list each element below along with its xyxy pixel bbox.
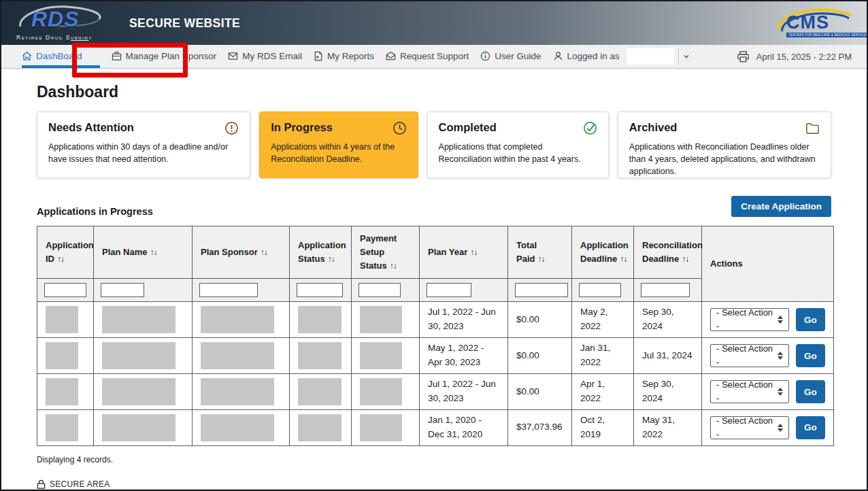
check-circle-icon — [583, 121, 597, 135]
col-application-status[interactable]: Application Status↑↓ — [290, 226, 352, 279]
action-select[interactable]: - Select Action - — [710, 344, 789, 367]
status-cards: Needs Attention Applications within 30 d… — [37, 112, 831, 178]
sort-icon: ↑↓ — [57, 254, 64, 264]
redacted-cell-value — [298, 342, 341, 369]
clock-icon — [393, 121, 407, 135]
total-paid-cell: $37,073.96 — [508, 409, 572, 445]
support-mail-icon — [386, 51, 396, 61]
person-icon — [553, 51, 563, 61]
info-icon — [480, 51, 490, 61]
action-select[interactable]: - Select Action - — [710, 308, 789, 331]
nav-item-manage-plan-sponsor[interactable]: Manage Plan Sponsor — [112, 45, 217, 68]
main-content: Dashboard Needs Attention Applications w… — [1, 69, 867, 489]
action-select[interactable]: - Select Action - — [710, 416, 789, 439]
total-paid-cell: $0.00 — [508, 338, 572, 374]
chevron-down-icon[interactable] — [683, 53, 690, 60]
site-title: SECURE WEBSITE — [129, 16, 240, 31]
nav-item-my-rds-email[interactable]: My RDS Email — [228, 45, 302, 68]
plan-year-cell: May 1, 2022 - Apr 30, 2023 — [420, 338, 508, 374]
filter-input-application-id[interactable] — [44, 283, 86, 297]
top-banner: RDS Retiree Drug Subsidy SECURE WEBSITE … — [1, 1, 867, 45]
rds-secure-website-page: RDS Retiree Drug Subsidy SECURE WEBSITE … — [0, 0, 868, 491]
redacted-cell-value — [201, 414, 274, 441]
col-reconciliation-deadline[interactable]: Reconciliation Deadline↑↓ — [634, 226, 702, 279]
nav-item-user-guide[interactable]: User Guide — [480, 45, 541, 68]
filter-input-payment-setup-status[interactable] — [358, 283, 401, 297]
username-redacted — [627, 48, 674, 65]
card-in-progress[interactable]: In Progress Applications within 4 years … — [259, 112, 418, 178]
redacted-cell-value — [360, 414, 402, 441]
col-application-deadline[interactable]: Application Deadline↑↓ — [572, 226, 634, 279]
card-completed[interactable]: Completed Applications that completed Re… — [427, 112, 609, 178]
col-plan-sponsor[interactable]: Plan Sponsor↑↓ — [193, 226, 290, 279]
total-paid-cell: $0.00 — [508, 374, 572, 410]
redacted-cell-value — [102, 378, 176, 405]
briefcase-icon — [112, 51, 122, 61]
main-nav: DashBoard Manage Plan Sponsor My RDS Ema… — [1, 45, 867, 69]
select-arrows-icon — [778, 352, 783, 360]
card-archived[interactable]: Archived Applications with Reconciliatio… — [618, 112, 831, 178]
filter-input-application-deadline[interactable] — [579, 283, 621, 297]
applications-section-header: Applications in Progress Create Applicat… — [37, 196, 831, 217]
application-deadline-cell: Oct 2, 2019 — [572, 409, 634, 445]
table-header-row: Application ID↑↓ Plan Name↑↓ Plan Sponso… — [37, 226, 834, 279]
redacted-cell-value — [298, 414, 341, 441]
reconciliation-deadline-cell: Sep 30, 2024 — [634, 302, 702, 338]
nav-item-request-support[interactable]: Request Support — [386, 45, 469, 68]
sort-icon: ↑↓ — [390, 261, 397, 271]
col-actions: Actions — [702, 226, 834, 302]
col-plan-name[interactable]: Plan Name↑↓ — [94, 226, 193, 279]
application-deadline-cell: Apr 1, 2022 — [572, 374, 634, 410]
sort-icon: ↑↓ — [470, 248, 477, 257]
filter-input-plan-name[interactable] — [101, 283, 144, 297]
sort-icon: ↑↓ — [261, 248, 267, 257]
table-row: Jul 1, 2022 - Jun 30, 2023 $0.00 Apr 1, … — [37, 374, 834, 410]
sort-icon: ↑↓ — [150, 248, 156, 257]
card-needs-attention[interactable]: Needs Attention Applications within 30 d… — [37, 112, 250, 178]
plan-year-cell: Jul 1, 2022 - Jun 30, 2023 — [420, 302, 508, 338]
cms-logo-subtext: CENTERS FOR MEDICARE & MEDICAID SERVICES — [786, 33, 868, 37]
sort-icon: ↑↓ — [328, 254, 335, 264]
printer-icon[interactable] — [737, 50, 750, 63]
col-total-paid[interactable]: Total Paid↑↓ — [508, 226, 572, 279]
create-application-button[interactable]: Create Application — [731, 196, 831, 217]
sort-icon: ↑↓ — [537, 254, 544, 264]
cms-logo-text: CMS — [786, 12, 829, 33]
go-button[interactable]: Go — [796, 416, 825, 439]
col-payment-setup-status[interactable]: Payment Setup Status↑↓ — [352, 226, 420, 279]
col-application-id[interactable]: Application ID↑↓ — [37, 226, 94, 279]
go-button[interactable]: Go — [796, 380, 825, 403]
filter-input-plan-sponsor[interactable] — [199, 283, 258, 297]
filter-input-total-paid[interactable] — [515, 283, 568, 297]
filter-input-application-status[interactable] — [297, 283, 343, 297]
reconciliation-deadline-cell: May 31, 2022 — [634, 409, 702, 445]
nav-item-my-reports[interactable]: My Reports — [314, 45, 374, 68]
logged-in-as: Logged in as — [553, 45, 690, 68]
folder-icon — [805, 121, 820, 135]
redacted-cell-value — [46, 414, 78, 441]
redacted-cell-value — [102, 414, 176, 441]
plan-year-cell: Jul 1, 2022 - Jun 30, 2023 — [420, 374, 508, 410]
table-row: Jul 1, 2022 - Jun 30, 2023 $0.00 May 2, … — [37, 302, 834, 338]
nav-item-dashboard[interactable]: DashBoard — [22, 45, 100, 68]
cms-logo: CMS CENTERS FOR MEDICARE & MEDICAID SERV… — [770, 7, 853, 39]
report-file-icon — [314, 51, 323, 61]
application-deadline-cell: Jan 31, 2022 — [572, 338, 634, 374]
action-select[interactable]: - Select Action - — [710, 380, 789, 403]
filter-input-plan-year[interactable] — [427, 283, 471, 297]
redacted-cell-value — [201, 306, 274, 333]
col-plan-year[interactable]: Plan Year↑↓ — [420, 226, 508, 279]
envelope-icon — [228, 51, 238, 61]
rds-logo-tagline: Retiree Drug Subsidy — [16, 34, 93, 41]
redacted-cell-value — [201, 378, 274, 405]
go-button[interactable]: Go — [796, 344, 825, 367]
redacted-cell-value — [46, 378, 78, 405]
filter-input-reconciliation-deadline[interactable] — [641, 283, 690, 297]
datetime-label: April 15, 2025 - 2:22 PM — [756, 52, 852, 62]
padlock-icon — [37, 479, 46, 489]
alert-circle-icon — [224, 121, 239, 135]
records-count: Displaying 4 records. — [37, 455, 831, 464]
select-arrows-icon — [778, 388, 783, 396]
go-button[interactable]: Go — [796, 308, 825, 331]
redacted-cell-value — [360, 342, 402, 369]
